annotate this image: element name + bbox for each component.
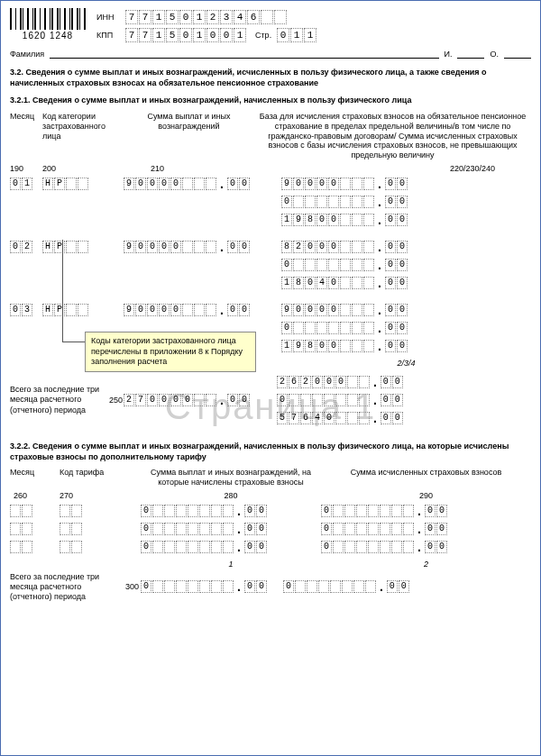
- section-3-2: 3.2. Сведения о сумме выплат и иных возн…: [10, 68, 531, 88]
- row-322: 0.000.00: [10, 504, 531, 518]
- c190: 190: [10, 164, 42, 173]
- c270: 270: [60, 491, 141, 500]
- col-headers-322: Месяц Код тарифа Сумма выплат и иных воз…: [10, 468, 531, 487]
- h322-sum: Сумма исчисленных страховых взносов: [321, 468, 531, 487]
- name-row: Фамилия И. О.: [10, 48, 531, 59]
- surname-label: Фамилия: [10, 50, 44, 59]
- surname-line: [50, 48, 438, 59]
- id-block: ИНН 7715012346 КПП 771501001 Стр. 011: [96, 10, 316, 42]
- kpp-cells: 771501001: [125, 28, 246, 42]
- c220: 220/230/240: [254, 164, 531, 173]
- c300: 300: [125, 582, 141, 591]
- h322-month: Месяц: [10, 468, 60, 487]
- inn-label: ИНН: [96, 13, 120, 22]
- barcode-icon: [10, 8, 86, 30]
- t300-1: 0.00: [141, 579, 267, 594]
- totals322-label: Всего за последние три месяца расчетного…: [10, 572, 125, 601]
- barcode-area: 1620 1248: [10, 8, 86, 42]
- page-cells: 011: [277, 28, 316, 42]
- c260: 260: [10, 491, 60, 500]
- totals-right: 262000.000.0057640.00: [277, 371, 403, 429]
- arrow-icon: [62, 240, 63, 342]
- totals-label: Всего за последние три месяца расчетного…: [10, 385, 109, 416]
- section-3-2-1: 3.2.1. Сведения о сумме выплат и иных во…: [10, 96, 531, 106]
- o-line: [504, 48, 531, 59]
- sub-234: 2/3/4: [281, 359, 531, 368]
- kpp-label: КПП: [96, 31, 120, 40]
- body-322: 0.000.000.000.000.000.00: [10, 504, 531, 554]
- body-321: 01НР90000.0090000.000.0019800.0002НР9000…: [10, 177, 531, 353]
- t300-2: 0.00: [283, 579, 409, 594]
- form-page: Страница 1 1620 1248 ИНН 7715012346 КПП …: [0, 0, 541, 756]
- sub322-1: 1: [141, 560, 321, 569]
- h-code: Код категории застрахованного лица: [42, 112, 124, 160]
- c200: 200: [42, 164, 124, 173]
- h322-pay: Сумма выплат и иных вознаграждений, на к…: [141, 468, 321, 487]
- barcode-text: 1620 1248: [23, 31, 73, 41]
- h-pay: Сумма выплат и иных вознаграждений: [124, 112, 254, 160]
- row-322: 0.000.00: [10, 522, 531, 536]
- tooltip-text: Коды категории застрахованного лица пере…: [91, 336, 243, 366]
- row-321: 01НР90000.0090000.00: [10, 177, 531, 191]
- row-321: 02НР90000.0082000.00: [10, 240, 531, 254]
- sub322-2: 2: [321, 560, 531, 569]
- totals-row-300: Всего за последние три месяца расчетного…: [10, 572, 531, 601]
- c250: 250: [109, 396, 124, 405]
- h-month: Месяц: [10, 112, 42, 160]
- col-nums-321: 190 200 210 220/230/240: [10, 164, 531, 173]
- o-label: О.: [490, 50, 499, 59]
- t250: 270000.00: [124, 393, 250, 407]
- i-line: [457, 48, 484, 59]
- row-321: 0.00: [10, 195, 531, 209]
- section-3-2-2: 3.2.2. Сведения о сумме выплат и иных во…: [10, 442, 531, 462]
- header: 1620 1248 ИНН 7715012346 КПП 771501001 С…: [10, 8, 531, 42]
- inn-cells: 7715012346: [125, 10, 287, 24]
- h322-tariff: Код тарифа: [60, 468, 141, 487]
- row-321: 19800.00: [10, 213, 531, 227]
- tooltip: Коды категории застрахованного лица пере…: [85, 332, 256, 372]
- col-headers-321: Месяц Код категории застрахованного лица…: [10, 112, 531, 160]
- c290: 290: [321, 491, 531, 500]
- totals-row-250: Всего за последние три месяца расчетного…: [10, 371, 531, 429]
- row-321: 18040.00: [10, 276, 531, 290]
- page-label: Стр.: [255, 31, 271, 40]
- c210: 210: [124, 164, 254, 173]
- h-base: База для исчисления страховых взносов на…: [254, 112, 531, 160]
- sub-labels-322: 1 2: [10, 560, 531, 569]
- col-nums-322: 260 270 280 290: [10, 491, 531, 500]
- row-321: 0.00: [10, 258, 531, 272]
- row-321: 03НР90000.0090000.00: [10, 303, 531, 317]
- arrow-icon-2: [62, 342, 85, 342]
- row-322: 0.000.00: [10, 540, 531, 554]
- c280: 280: [141, 491, 321, 500]
- i-label: И.: [445, 50, 453, 59]
